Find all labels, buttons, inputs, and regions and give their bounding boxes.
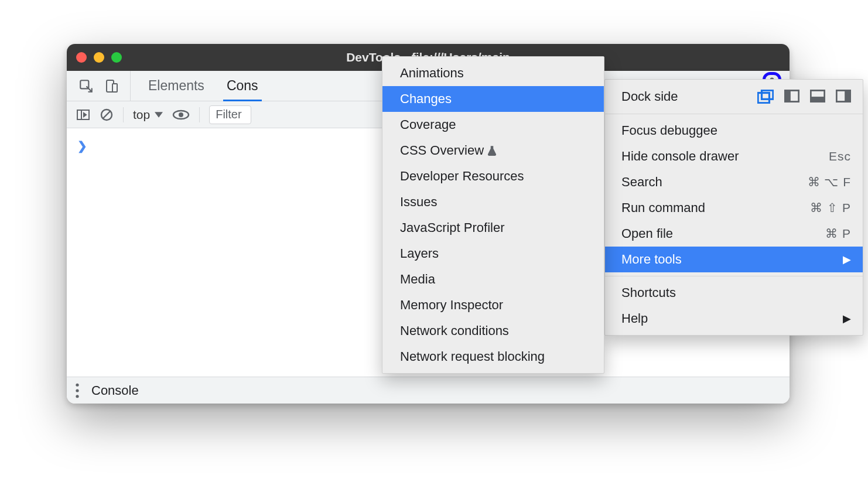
svg-rect-24: [845, 90, 850, 102]
menu-run-command[interactable]: Run command ⌘ ⇧ P: [605, 195, 863, 221]
console-sidebar-toggle-icon[interactable]: [76, 108, 90, 121]
menu-hide-console-drawer[interactable]: Hide console drawer Esc: [605, 143, 863, 169]
submenu-arrow-icon: ▶: [843, 253, 851, 266]
dock-right-icon[interactable]: [836, 90, 851, 104]
svg-rect-2: [112, 84, 117, 92]
svg-rect-18: [762, 90, 773, 99]
submenu-changes[interactable]: Changes: [382, 86, 604, 112]
customize-menu: Dock side Focus debuggee Hide console dr…: [604, 79, 863, 336]
submenu-network-conditions[interactable]: Network conditions: [382, 318, 604, 344]
traffic-lights: [76, 52, 122, 63]
shortcut-text: ⌘ P: [825, 227, 851, 241]
zoom-window-button[interactable]: [111, 52, 122, 63]
minimize-window-button[interactable]: [94, 52, 104, 63]
device-toolbar-icon[interactable]: [104, 78, 118, 94]
submenu-css-overview[interactable]: CSS Overview: [382, 138, 604, 163]
dock-bottom-icon[interactable]: [810, 90, 825, 104]
tab-console[interactable]: Cons: [225, 71, 259, 101]
dropdown-triangle-icon: [155, 112, 163, 118]
dock-undock-icon[interactable]: [757, 90, 774, 104]
live-expression-icon[interactable]: [172, 109, 190, 121]
submenu-network-request-blocking[interactable]: Network request blocking: [382, 344, 604, 370]
svg-rect-20: [785, 90, 791, 102]
flask-icon: [487, 145, 497, 156]
submenu-issues[interactable]: Issues: [382, 189, 604, 215]
filter-input[interactable]: Filter: [209, 105, 251, 124]
submenu-developer-resources[interactable]: Developer Resources: [382, 163, 604, 189]
filter-placeholder: Filter: [216, 108, 241, 121]
svg-point-13: [179, 112, 183, 117]
svg-marker-11: [155, 112, 163, 117]
dock-side-row: Dock side: [605, 80, 863, 114]
inspect-element-icon[interactable]: [78, 78, 94, 94]
submenu-arrow-icon: ▶: [843, 312, 851, 325]
svg-marker-8: [84, 113, 86, 117]
context-label: top: [133, 108, 150, 122]
shortcut-text: ⌘ ⇧ P: [810, 201, 851, 215]
menu-more-tools[interactable]: More tools ▶: [605, 247, 863, 272]
drawer-tab-console[interactable]: Console: [89, 377, 141, 404]
submenu-animations[interactable]: Animations: [382, 60, 604, 86]
svg-point-14: [76, 383, 78, 386]
drawer: Console: [67, 377, 790, 404]
svg-line-10: [103, 111, 110, 118]
menu-open-file[interactable]: Open file ⌘ P: [605, 221, 863, 247]
separator: [199, 107, 200, 122]
svg-point-15: [76, 389, 78, 392]
menu-shortcuts[interactable]: Shortcuts: [605, 280, 863, 306]
shortcut-text: ⌘ ⌥ F: [808, 175, 852, 189]
drawer-kebab-icon[interactable]: [75, 383, 80, 398]
submenu-javascript-profiler[interactable]: JavaScript Profiler: [382, 215, 604, 241]
close-window-button[interactable]: [76, 52, 87, 63]
shortcut-text: Esc: [829, 149, 851, 163]
dock-side-label: Dock side: [621, 89, 678, 104]
context-select[interactable]: top: [133, 108, 163, 122]
svg-point-16: [76, 395, 78, 398]
menu-focus-debuggee[interactable]: Focus debuggee: [605, 118, 863, 143]
dock-left-icon[interactable]: [784, 90, 799, 104]
svg-rect-17: [758, 93, 769, 103]
svg-rect-22: [811, 97, 825, 102]
menu-help[interactable]: Help ▶: [605, 306, 863, 331]
submenu-layers[interactable]: Layers: [382, 241, 604, 266]
submenu-coverage[interactable]: Coverage: [382, 112, 604, 138]
submenu-memory-inspector[interactable]: Memory Inspector: [382, 292, 604, 318]
tab-elements[interactable]: Elements: [147, 71, 206, 101]
separator: [123, 107, 124, 122]
clear-console-icon[interactable]: [100, 108, 114, 122]
more-tools-submenu: Animations Changes Coverage CSS Overview…: [382, 56, 604, 374]
console-prompt-icon: ❯: [77, 139, 87, 153]
submenu-media[interactable]: Media: [382, 266, 604, 292]
menu-search[interactable]: Search ⌘ ⌥ F: [605, 169, 863, 195]
